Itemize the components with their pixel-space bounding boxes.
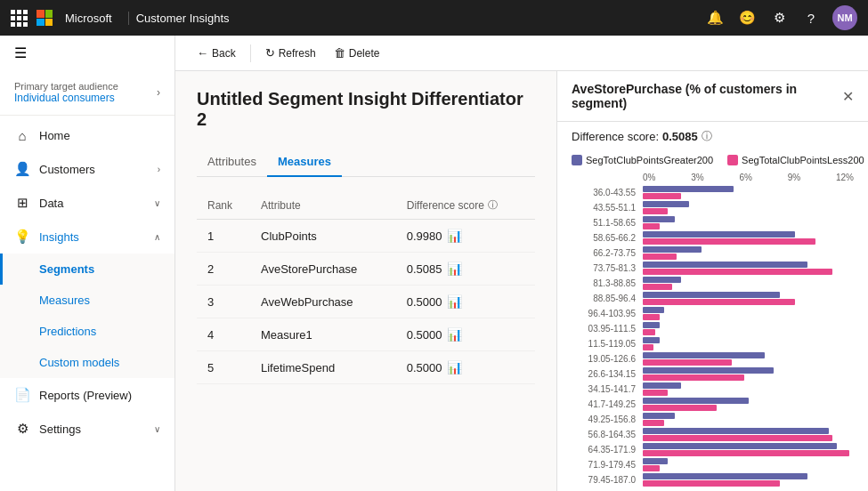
tab-attributes[interactable]: Attributes <box>197 148 267 177</box>
chart-row: 03.95-111.5 <box>572 322 854 335</box>
bar-purple <box>643 201 689 207</box>
panel-header: AveStorePurchase (% of customers in segm… <box>557 71 868 122</box>
chart-row-bars <box>643 443 854 456</box>
insights-label: Insights <box>39 230 145 244</box>
toolbar: ← Back ↻ Refresh 🗑 Delete <box>175 36 868 71</box>
attribute-cell[interactable]: AveStorePurchase <box>250 253 396 286</box>
table-row: 3 AveWebPurchase 0.5000 📊 <box>197 286 535 318</box>
legend-item-seg1: SegTotClubPointsGreater200 <box>572 155 713 165</box>
back-label: Back <box>212 47 236 60</box>
chart-row: 41.7-149.25 <box>572 398 854 411</box>
bar-pink <box>643 344 653 350</box>
bar-purple <box>643 398 749 404</box>
back-button[interactable]: ← Back <box>190 43 243 63</box>
sidebar-item-segments[interactable]: Segments <box>0 254 174 285</box>
chart-row: 81.3-88.85 <box>572 277 854 290</box>
reports-label: Reports (Preview) <box>39 389 160 402</box>
chart-row: 43.55-51.1 <box>572 201 854 214</box>
sidebar-item-home[interactable]: ⌂ Home <box>0 119 174 152</box>
bar-pink <box>643 254 677 260</box>
attribute-cell[interactable]: ClubPoints <box>250 220 396 253</box>
bar-purple <box>643 216 675 222</box>
bar-purple <box>643 231 795 237</box>
chart-container: 0%3%6%9%12% 36.0-43.55 43.55-51.1 51.1-5… <box>557 173 868 491</box>
apps-icon[interactable] <box>11 10 28 27</box>
chart-row-bars <box>643 201 854 214</box>
bar-purple <box>643 186 734 192</box>
delete-button[interactable]: 🗑 Delete <box>327 43 387 63</box>
customers-label: Customers <box>39 163 149 176</box>
chart-row: 79.45-187.0 <box>572 473 854 487</box>
chart-rows: 36.0-43.55 43.55-51.1 51.1-58.65 58.65-6… <box>572 186 854 487</box>
chart-row-label: 43.55-51.1 <box>572 203 639 213</box>
settings-label: Settings <box>39 423 145 436</box>
table-row: 1 ClubPoints 0.9980 📊 <box>197 220 535 253</box>
chart-row: 11.5-119.05 <box>572 337 854 350</box>
chart-row-label: 26.6-134.15 <box>572 369 639 379</box>
chart-row: 96.4-103.95 <box>572 307 854 320</box>
bar-purple <box>643 262 807 268</box>
layout: ☰ Primary target audience Individual con… <box>0 36 868 491</box>
sidebar-item-measures[interactable]: Measures <box>0 285 174 316</box>
chart-row-label: 49.25-156.8 <box>572 415 639 424</box>
chart-row-bars <box>643 216 854 229</box>
attribute-cell[interactable]: Measure1 <box>250 318 396 351</box>
attribute-cell[interactable]: LifetimeSpend <box>250 351 396 384</box>
home-label: Home <box>39 129 160 142</box>
chart-row: 34.15-141.7 <box>572 382 854 396</box>
chart-row-bars <box>643 262 854 275</box>
sidebar-item-settings[interactable]: ⚙ Settings ∨ <box>0 412 174 446</box>
notification-icon[interactable]: 🔔 <box>704 7 726 28</box>
bar-pink <box>643 374 744 381</box>
insights-chevron: ∧ <box>154 232 160 242</box>
chart-row-bars <box>643 246 854 260</box>
chart-row-bars <box>643 428 854 441</box>
content-area: Untitled Segment Insight Differentiator … <box>175 71 868 491</box>
panel-info-icon[interactable]: ⓘ <box>702 129 712 144</box>
sidebar-item-insights[interactable]: 💡 Insights ∧ <box>0 220 174 254</box>
chart-row-label: 73.75-81.3 <box>572 263 639 273</box>
tabs: Attributes Measures <box>197 148 535 177</box>
chart-row-label: 79.45-187.0 <box>572 475 639 485</box>
chart-row-label: 11.5-119.05 <box>572 339 639 349</box>
bar-purple <box>643 322 660 328</box>
sidebar-item-custom-models[interactable]: Custom models <box>0 347 174 378</box>
customers-icon: 👤 <box>14 161 30 177</box>
tab-measures[interactable]: Measures <box>267 148 342 177</box>
chart-row-bars <box>643 458 854 471</box>
main-content: ← Back ↻ Refresh 🗑 Delete Untitled Segme… <box>175 36 868 491</box>
hamburger-icon[interactable]: ☰ <box>0 36 174 70</box>
chart-row-bars <box>643 231 854 245</box>
attribute-cell[interactable]: AveWebPurchase <box>250 286 396 318</box>
reports-icon: 📄 <box>14 387 30 403</box>
audience-chevron: › <box>157 86 160 99</box>
chart-row-bars <box>643 277 854 290</box>
chart-row: 66.2-73.75 <box>572 246 854 260</box>
sidebar-item-customers[interactable]: 👤 Customers › <box>0 152 174 186</box>
diff-score-info-icon[interactable]: ⓘ <box>488 198 498 212</box>
chart-row: 71.9-179.45 <box>572 458 854 471</box>
sidebar-item-data[interactable]: ⊞ Data ∨ <box>0 186 174 220</box>
chart-row: 56.8-164.35 <box>572 428 854 441</box>
sidebar-item-reports[interactable]: 📄 Reports (Preview) <box>0 378 174 412</box>
panel-close-button[interactable]: ✕ <box>842 88 854 105</box>
sidebar-item-predictions[interactable]: Predictions <box>0 316 174 347</box>
chart-row: 88.85-96.4 <box>572 292 854 305</box>
avatar[interactable]: NM <box>832 5 857 30</box>
chart-row-label: 19.05-126.6 <box>572 354 639 364</box>
refresh-button[interactable]: ↻ Refresh <box>258 43 323 63</box>
delete-icon: 🗑 <box>334 46 345 60</box>
audience-section[interactable]: Primary target audience Individual consu… <box>0 70 174 116</box>
bar-purple <box>643 337 660 343</box>
chart-row-label: 03.95-111.5 <box>572 324 639 334</box>
chart-row-bars <box>643 337 854 350</box>
chart-row-bars <box>643 473 854 487</box>
settings-icon[interactable]: ⚙ <box>768 7 790 28</box>
chart-row-bars <box>643 382 854 396</box>
bar-pink <box>643 193 681 199</box>
smiley-icon[interactable]: 😊 <box>736 7 758 28</box>
help-icon[interactable]: ? <box>800 7 822 28</box>
chart-row-label: 34.15-141.7 <box>572 384 639 394</box>
bar-purple <box>643 473 807 479</box>
chart-row-label: 81.3-88.85 <box>572 278 639 288</box>
